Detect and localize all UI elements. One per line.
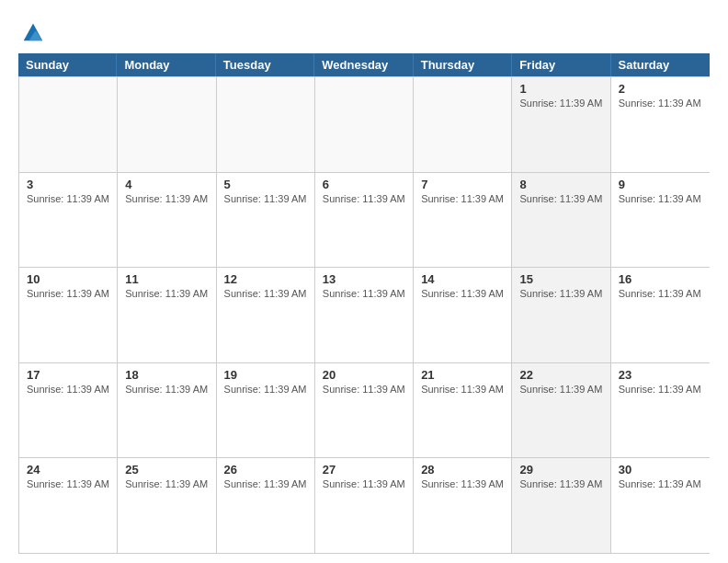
day-number: 23 [619,368,702,382]
cal-cell-16: 16Sunrise: 11:39 AM [611,268,710,362]
day-number: 25 [125,463,208,477]
day-sunrise: Sunrise: 11:39 AM [224,288,307,299]
day-sunrise: Sunrise: 11:39 AM [27,288,109,299]
day-sunrise: Sunrise: 11:39 AM [125,384,208,395]
day-sunrise: Sunrise: 11:39 AM [224,478,307,489]
cal-cell-23: 23Sunrise: 11:39 AM [611,363,710,458]
day-number: 30 [619,463,702,477]
cal-cell-18: 18Sunrise: 11:39 AM [118,363,216,458]
day-number: 10 [27,272,109,286]
day-sunrise: Sunrise: 11:39 AM [27,193,109,204]
cal-cell-21: 21Sunrise: 11:39 AM [414,363,512,458]
day-sunrise: Sunrise: 11:39 AM [125,193,208,204]
cal-cell-22: 22Sunrise: 11:39 AM [512,363,610,458]
day-sunrise: Sunrise: 11:39 AM [619,478,702,489]
calendar-body: 1Sunrise: 11:39 AM2Sunrise: 11:39 AM3Sun… [18,76,710,554]
cal-cell-7: 7Sunrise: 11:39 AM [414,173,512,268]
cal-cell-28: 28Sunrise: 11:39 AM [414,458,512,553]
day-number: 13 [323,272,405,286]
calendar-header: SundayMondayTuesdayWednesdayThursdayFrid… [18,53,710,76]
day-sunrise: Sunrise: 11:39 AM [519,193,602,204]
day-sunrise: Sunrise: 11:39 AM [323,478,405,489]
day-number: 19 [224,368,307,382]
day-number: 29 [519,463,602,477]
day-header-friday: Friday [512,53,610,76]
calendar-week-5: 24Sunrise: 11:39 AM25Sunrise: 11:39 AM26… [19,457,710,553]
day-number: 28 [421,463,504,477]
cal-cell-empty [414,77,512,172]
day-header-saturday: Saturday [611,53,710,76]
day-sunrise: Sunrise: 11:39 AM [323,288,405,299]
cal-cell-12: 12Sunrise: 11:39 AM [217,268,315,362]
day-sunrise: Sunrise: 11:39 AM [224,384,307,395]
cal-cell-9: 9Sunrise: 11:39 AM [611,173,710,268]
day-number: 8 [519,178,602,191]
cal-cell-5: 5Sunrise: 11:39 AM [217,173,315,268]
day-number: 27 [323,463,405,477]
day-sunrise: Sunrise: 11:39 AM [619,193,702,204]
day-sunrise: Sunrise: 11:39 AM [519,478,602,489]
cal-cell-10: 10Sunrise: 11:39 AM [19,268,118,362]
day-sunrise: Sunrise: 11:39 AM [323,384,405,395]
day-number: 17 [27,368,109,382]
cal-cell-empty [19,77,118,172]
day-number: 24 [27,463,109,477]
day-sunrise: Sunrise: 11:39 AM [619,288,702,299]
cal-cell-4: 4Sunrise: 11:39 AM [118,173,216,268]
page: SundayMondayTuesdayWednesdayThursdayFrid… [0,0,728,563]
calendar: SundayMondayTuesdayWednesdayThursdayFrid… [18,53,710,554]
cal-cell-2: 2Sunrise: 11:39 AM [611,77,710,172]
cal-cell-empty [118,77,216,172]
day-number: 1 [519,82,602,96]
day-sunrise: Sunrise: 11:39 AM [421,384,504,395]
day-sunrise: Sunrise: 11:39 AM [519,98,602,109]
cal-cell-29: 29Sunrise: 11:39 AM [512,458,610,553]
day-header-tuesday: Tuesday [216,53,314,76]
day-number: 11 [125,272,208,286]
day-number: 6 [323,178,405,191]
day-number: 12 [224,272,307,286]
day-number: 9 [619,178,702,191]
day-sunrise: Sunrise: 11:39 AM [421,478,504,489]
day-number: 3 [27,178,109,191]
day-sunrise: Sunrise: 11:39 AM [619,98,702,109]
cal-cell-15: 15Sunrise: 11:39 AM [512,268,610,362]
calendar-week-1: 1Sunrise: 11:39 AM2Sunrise: 11:39 AM [19,76,710,172]
cal-cell-11: 11Sunrise: 11:39 AM [118,268,216,362]
header [18,18,710,44]
day-sunrise: Sunrise: 11:39 AM [27,384,109,395]
day-sunrise: Sunrise: 11:39 AM [224,193,307,204]
day-number: 22 [519,368,602,382]
cal-cell-13: 13Sunrise: 11:39 AM [315,268,414,362]
cal-cell-14: 14Sunrise: 11:39 AM [414,268,512,362]
day-number: 16 [619,272,702,286]
day-sunrise: Sunrise: 11:39 AM [323,193,405,204]
day-sunrise: Sunrise: 11:39 AM [27,478,109,489]
day-sunrise: Sunrise: 11:39 AM [125,288,208,299]
cal-cell-17: 17Sunrise: 11:39 AM [19,363,118,458]
day-number: 14 [421,272,504,286]
cal-cell-24: 24Sunrise: 11:39 AM [19,458,118,553]
day-sunrise: Sunrise: 11:39 AM [519,384,602,395]
day-number: 18 [125,368,208,382]
day-number: 26 [224,463,307,477]
cal-cell-1: 1Sunrise: 11:39 AM [512,77,610,172]
cal-cell-26: 26Sunrise: 11:39 AM [217,458,315,553]
cal-cell-6: 6Sunrise: 11:39 AM [315,173,414,268]
calendar-week-3: 10Sunrise: 11:39 AM11Sunrise: 11:39 AM12… [19,267,710,362]
cal-cell-8: 8Sunrise: 11:39 AM [512,173,610,268]
cal-cell-30: 30Sunrise: 11:39 AM [611,458,710,553]
calendar-week-4: 17Sunrise: 11:39 AM18Sunrise: 11:39 AM19… [19,362,710,458]
cal-cell-20: 20Sunrise: 11:39 AM [315,363,414,458]
day-number: 2 [619,82,702,96]
day-number: 7 [421,178,504,191]
day-number: 4 [125,178,208,191]
calendar-week-2: 3Sunrise: 11:39 AM4Sunrise: 11:39 AM5Sun… [19,172,710,268]
day-header-wednesday: Wednesday [314,53,413,76]
cal-cell-empty [217,77,315,172]
day-sunrise: Sunrise: 11:39 AM [619,384,702,395]
day-sunrise: Sunrise: 11:39 AM [125,478,208,489]
cal-cell-25: 25Sunrise: 11:39 AM [118,458,216,553]
cal-cell-19: 19Sunrise: 11:39 AM [217,363,315,458]
day-sunrise: Sunrise: 11:39 AM [519,288,602,299]
